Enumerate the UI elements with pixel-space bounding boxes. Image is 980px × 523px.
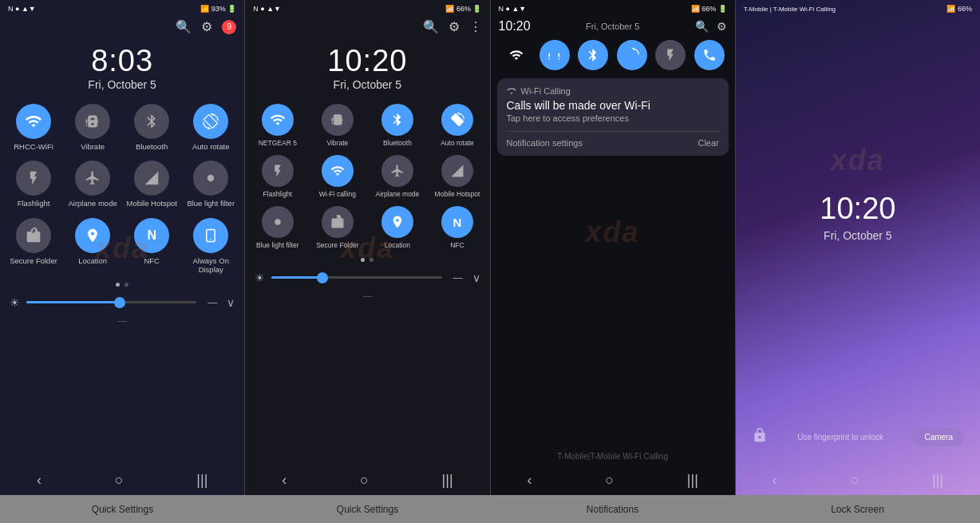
dot-1: [116, 283, 120, 287]
tile-flashlight[interactable]: Flashlight: [5, 157, 62, 211]
nav-back-1[interactable]: ‹: [37, 472, 41, 489]
tile2-bluelight[interactable]: Blue light filter: [248, 203, 306, 252]
notif-card-wificalling[interactable]: Wi-Fi Calling Calls will be made over Wi…: [497, 78, 729, 156]
brightness-expand-2[interactable]: ∨: [472, 271, 480, 284]
caption-3: Notifications: [490, 504, 735, 515]
nav-home-2[interactable]: ○: [360, 472, 369, 489]
notif-tile-rotate[interactable]: [617, 40, 647, 70]
status-bar-1: N ● ▲▼ 📶 93% 🔋: [0, 0, 244, 16]
tile2-icon-securefolder: [322, 206, 354, 238]
notif-search-icon[interactable]: 🔍: [695, 20, 709, 33]
tile-autorotate[interactable]: Auto rotate: [182, 101, 239, 154]
nav-recents-4[interactable]: |||: [932, 472, 943, 489]
notif-toolbar-icons: 🔍 ⚙: [695, 20, 727, 33]
nav-home-3[interactable]: ○: [605, 472, 614, 489]
tile2-wifi[interactable]: NETGEAR 5: [248, 101, 306, 150]
tile2-autorotate[interactable]: Auto rotate: [428, 101, 486, 150]
notif-settings-icon[interactable]: ⚙: [717, 20, 727, 33]
status-right-4: 📶 66%: [946, 5, 972, 13]
nav-back-4[interactable]: ‹: [773, 472, 777, 489]
brightness-thumb-1[interactable]: [114, 297, 125, 308]
tile-hotspot[interactable]: Mobile Hotspot: [123, 157, 180, 211]
brightness-track-1[interactable]: [26, 301, 196, 303]
search-icon[interactable]: 🔍: [176, 19, 192, 34]
nav-back-2[interactable]: ‹: [282, 472, 286, 489]
notif-settings-action[interactable]: Notification settings: [507, 138, 583, 148]
tile2-bluetooth[interactable]: Bluetooth: [368, 101, 426, 150]
tile2-label-location: Location: [385, 241, 410, 249]
tile2-label-bluetooth: Bluetooth: [383, 139, 412, 147]
caption-4: Lock Screen: [735, 504, 980, 515]
notif-tile-wificalling[interactable]: [694, 40, 725, 70]
notif-app-name: Wi-Fi Calling: [521, 86, 571, 96]
notification-badge[interactable]: 9: [222, 20, 236, 34]
notif-carrier-bar: T-Mobile|T-Mobile Wi-Fi Calling: [491, 447, 735, 466]
tile-bluelight[interactable]: Blue light filter: [182, 157, 239, 211]
nav-back-3[interactable]: ‹: [527, 472, 531, 489]
tile2-icon-flashlight: [262, 155, 294, 187]
settings-icon-2[interactable]: ⚙: [449, 19, 460, 34]
carrier-top-4: T-Mobile | T-Mobile Wi-Fi Calling: [744, 6, 836, 13]
notif-tile-wifi[interactable]: [501, 40, 531, 70]
nav-recents-2[interactable]: |||: [442, 472, 453, 489]
page-dots-1: [0, 283, 244, 287]
tile-bluetooth[interactable]: Bluetooth: [123, 101, 180, 154]
notif-tile-flashlight[interactable]: [655, 40, 686, 70]
tile2-securefolder[interactable]: Secure Folder: [308, 203, 366, 252]
nav-recents-1[interactable]: |||: [196, 472, 207, 489]
page-dots-2: [245, 258, 489, 262]
notif-quick-tiles: [491, 37, 735, 73]
notif-tile-vibrate[interactable]: [539, 40, 570, 70]
tile-label-location: Location: [78, 256, 107, 265]
tile-icon-aod: [193, 218, 228, 253]
tile-nfc[interactable]: N NFC: [123, 215, 180, 278]
brightness-track-2[interactable]: [271, 276, 441, 279]
tile2-icon-vibrate: [322, 104, 354, 136]
tile-label-vibrate: Vibrate: [81, 142, 105, 151]
time-display-2: 10:20 Fri, October 5: [245, 38, 489, 101]
swipe-hint-2: —: [245, 291, 489, 302]
tile-wifi[interactable]: RHCC-WiFi: [5, 101, 62, 154]
lock-date: Fri, October 5: [736, 229, 980, 242]
tile2-nfc[interactable]: N NFC: [428, 203, 486, 252]
status-left-1: N ● ▲▼: [8, 5, 36, 13]
caption-1: Quick Settings: [0, 504, 245, 515]
tile2-location[interactable]: Location: [368, 203, 426, 252]
nav-recents-3[interactable]: |||: [687, 472, 698, 489]
camera-button[interactable]: Camera: [913, 428, 964, 446]
nav-home-4[interactable]: ○: [850, 472, 859, 489]
lock-icon: [752, 427, 768, 447]
notif-time: 10:20: [499, 19, 531, 34]
search-icon-2[interactable]: 🔍: [423, 19, 439, 34]
notif-clear-action[interactable]: Clear: [697, 138, 718, 148]
brightness-thumb-2[interactable]: [317, 272, 328, 283]
tile-label-autorotate: Auto rotate: [192, 142, 229, 151]
more-icon-2[interactable]: ⋮: [469, 19, 482, 34]
tile-label-airplane: Airplane mode: [68, 199, 117, 208]
clock-2: 10:20: [245, 44, 489, 78]
tile-airplane[interactable]: Airplane mode: [64, 157, 121, 211]
settings-icon[interactable]: ⚙: [201, 19, 212, 34]
tile2-wificalling[interactable]: Wi-Fi calling: [308, 152, 366, 201]
tile2-icon-nfc: N: [441, 206, 473, 238]
tile2-vibrate[interactable]: Vibrate: [308, 101, 366, 150]
nav-bar-4: ‹ ○ |||: [736, 466, 980, 495]
brightness-expand-1[interactable]: ∨: [227, 296, 235, 309]
tile-securefolder[interactable]: Secure Folder: [5, 215, 62, 278]
tile-aod[interactable]: Always On Display: [182, 215, 239, 278]
notif-tile-bluetooth[interactable]: [578, 40, 608, 70]
tile-location[interactable]: Location: [64, 215, 121, 278]
status-bar-3: N ● ▲▼ 📶 66% 🔋: [491, 0, 735, 16]
tile2-hotspot[interactable]: Mobile Hotspot: [428, 152, 486, 201]
tile2-icon-airplane: [381, 155, 413, 187]
tile2-airplane[interactable]: Airplane mode: [368, 152, 426, 201]
status-bar-2: N ● ▲▼ 📶 66% 🔋: [245, 0, 489, 16]
tile-label-bluetooth: Bluetooth: [136, 142, 168, 151]
tile-icon-autorotate: [193, 104, 228, 139]
tile2-flashlight[interactable]: Flashlight: [248, 152, 306, 201]
date-1: Fri, October 5: [0, 78, 244, 91]
nav-home-1[interactable]: ○: [115, 472, 124, 489]
tile2-label-autorotate: Auto rotate: [441, 139, 474, 147]
tile2-icon-wifi: [262, 104, 294, 136]
tile-vibrate[interactable]: Vibrate: [64, 101, 121, 154]
